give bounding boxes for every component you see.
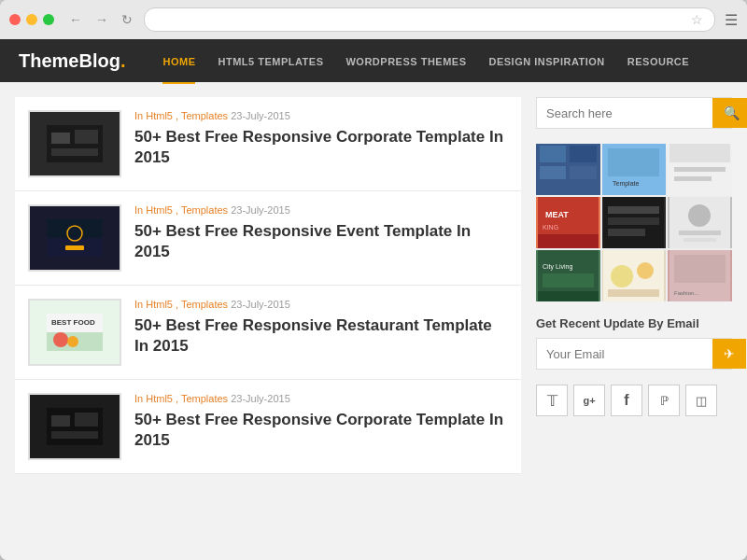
svg-point-10 <box>53 332 68 347</box>
site-nav: ThemeBlog. HOME HTML5 TEMPLATES WORDPRES… <box>0 39 747 82</box>
post-content: In Html5 , Templates 23-July-2015 50+ Be… <box>134 110 508 168</box>
email-input[interactable] <box>537 339 712 369</box>
svg-rect-40 <box>684 238 716 242</box>
svg-rect-26 <box>669 144 730 162</box>
search-widget: 🔍 <box>536 97 732 129</box>
post-date: 23-July-2015 <box>231 204 290 216</box>
svg-rect-1 <box>51 133 70 144</box>
email-send-button[interactable]: ✈ <box>712 339 746 369</box>
facebook-icon[interactable]: f <box>611 385 642 416</box>
svg-rect-27 <box>674 167 726 172</box>
nav-item-html5[interactable]: HTML5 TEMPLATES <box>218 41 323 82</box>
email-widget: Get Recent Update By Email ✈ <box>536 316 732 370</box>
grid-thumb-8[interactable] <box>602 250 667 301</box>
forward-button[interactable]: → <box>92 10 112 29</box>
svg-rect-48 <box>608 289 659 297</box>
post-item: In Html5 , Templates 23-July-2015 50+ Be… <box>15 380 521 474</box>
post-cat2[interactable]: Templates <box>181 110 228 121</box>
google-plus-icon[interactable]: g+ <box>573 385 605 416</box>
post-date: 23-July-2015 <box>231 110 290 121</box>
nav-item-home[interactable]: HOME <box>162 41 195 84</box>
svg-rect-20 <box>540 166 566 179</box>
browser-window: ← → ↻ ☆ ☰ ThemeBlog. HOME HTML5 TEMPLATE… <box>0 0 747 560</box>
grid-thumb-3[interactable] <box>668 144 732 195</box>
thumbnail-grid: Template MEATKING City Livi <box>536 144 732 301</box>
post-cat2[interactable]: Templates <box>181 299 228 310</box>
grid-thumb-4[interactable]: MEATKING <box>536 197 600 248</box>
pinterest-icon[interactable]: ℙ <box>648 385 680 416</box>
browser-chrome: ← → ↻ ☆ ☰ <box>0 0 747 39</box>
svg-rect-39 <box>679 231 721 235</box>
post-title[interactable]: 50+ Best Free Responsive Event Template … <box>134 221 508 262</box>
grid-thumb-6[interactable] <box>668 197 732 248</box>
svg-rect-23 <box>608 148 659 176</box>
post-item: BEST FOOD In Html5 , Templates 23-July-2… <box>15 286 521 380</box>
instagram-icon[interactable]: ◫ <box>685 385 717 416</box>
post-title[interactable]: 50+ Best Free Responsive Restaurant Temp… <box>134 315 508 357</box>
svg-rect-50 <box>674 255 726 283</box>
bookmark-icon[interactable]: ☆ <box>691 12 703 27</box>
post-cat2[interactable]: Templates <box>181 393 228 404</box>
nav-item-design[interactable]: DESIGN INSPIRATION <box>489 41 605 82</box>
reload-button[interactable]: ↻ <box>118 10 136 29</box>
svg-text:BEST FOOD: BEST FOOD <box>51 318 95 327</box>
svg-rect-34 <box>608 206 659 214</box>
svg-rect-32 <box>538 234 599 248</box>
nav-item-wordpress[interactable]: WORDPRESS THEMES <box>345 41 466 82</box>
grid-thumb-2[interactable]: Template <box>602 144 667 195</box>
svg-rect-21 <box>570 166 597 179</box>
email-label: Get Recent Update By Email <box>536 316 732 330</box>
post-meta: In Html5 , Templates 23-July-2015 <box>134 393 508 404</box>
svg-rect-15 <box>75 413 98 427</box>
post-category[interactable]: Html5 <box>146 299 173 310</box>
svg-rect-35 <box>608 217 659 225</box>
close-button[interactable] <box>9 14 21 25</box>
site-logo: ThemeBlog. <box>19 50 125 72</box>
post-thumbnail <box>28 393 121 460</box>
menu-button[interactable]: ☰ <box>725 11 738 29</box>
post-category[interactable]: Html5 <box>146 204 173 216</box>
post-content: In Html5 , Templates 23-July-2015 50+ Be… <box>134 204 508 262</box>
grid-thumb-5[interactable] <box>602 197 667 248</box>
posts-list: In Html5 , Templates 23-July-2015 50+ Be… <box>15 97 521 474</box>
svg-rect-43 <box>543 273 594 287</box>
post-content: In Html5 , Templates 23-July-2015 50+ Be… <box>134 299 508 357</box>
svg-point-38 <box>688 204 711 227</box>
address-bar[interactable]: ☆ <box>144 7 715 32</box>
minimize-button[interactable] <box>26 14 37 25</box>
svg-rect-2 <box>75 130 98 144</box>
site-content: ThemeBlog. HOME HTML5 TEMPLATES WORDPRES… <box>0 39 747 560</box>
post-thumbnail <box>28 110 121 177</box>
post-title[interactable]: 50+ Best Free Responsive Corporate Templ… <box>134 410 508 451</box>
maximize-button[interactable] <box>43 14 54 25</box>
nav-item-resource[interactable]: RESOURCE <box>627 41 689 82</box>
grid-thumb-7[interactable]: City Living <box>536 250 600 301</box>
svg-rect-7 <box>65 245 84 250</box>
svg-rect-16 <box>51 431 98 439</box>
search-button[interactable]: 🔍 <box>712 98 747 128</box>
svg-point-46 <box>611 265 633 287</box>
svg-rect-14 <box>51 415 70 427</box>
post-content: In Html5 , Templates 23-July-2015 50+ Be… <box>134 393 508 451</box>
search-input[interactable] <box>537 98 712 128</box>
email-input-row: ✈ <box>536 338 732 370</box>
post-category[interactable]: Html5 <box>146 393 173 404</box>
twitter-icon[interactable]: 𝕋 <box>536 385 568 416</box>
post-thumbnail <box>28 204 121 272</box>
main-layout: In Html5 , Templates 23-July-2015 50+ Be… <box>0 82 747 489</box>
grid-thumb-9[interactable]: Fashion... <box>668 250 732 301</box>
post-date: 23-July-2015 <box>231 299 290 310</box>
grid-thumb-1[interactable] <box>536 144 600 195</box>
sidebar: 🔍 Template MEATKING <box>536 97 732 474</box>
post-cat2[interactable]: Templates <box>181 204 228 216</box>
post-title[interactable]: 50+ Best Free Responsive Corporate Templ… <box>134 127 508 168</box>
back-button[interactable]: ← <box>65 10 86 29</box>
svg-rect-36 <box>608 229 645 236</box>
svg-rect-28 <box>674 176 712 181</box>
post-item: In Html5 , Templates 23-July-2015 50+ Be… <box>15 97 521 191</box>
post-category[interactable]: Html5 <box>146 110 173 121</box>
search-icon: 🔍 <box>724 105 740 120</box>
post-meta: In Html5 , Templates 23-July-2015 <box>134 299 508 310</box>
post-item: In Html5 , Templates 23-July-2015 50+ Be… <box>15 191 521 286</box>
svg-rect-19 <box>570 146 597 162</box>
